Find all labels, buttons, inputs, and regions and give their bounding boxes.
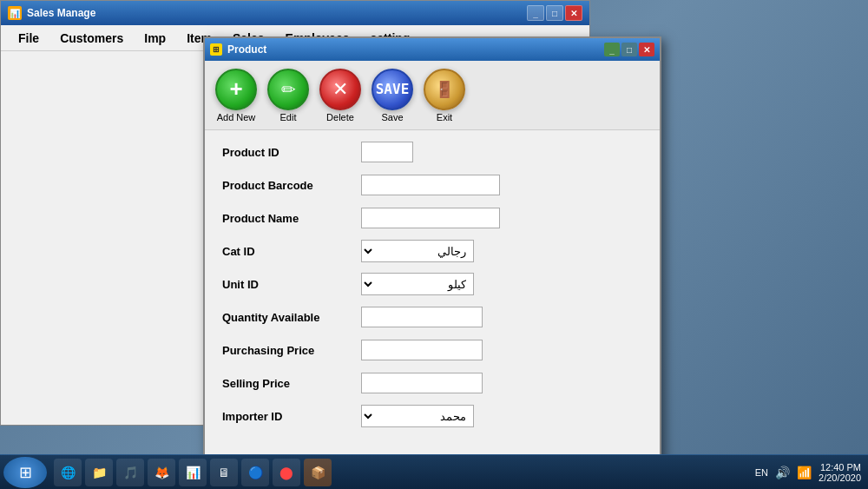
main-window-title: Sales Manage <box>27 7 95 19</box>
product-id-label: Product ID <box>222 146 361 159</box>
product-name-label: Product Name <box>222 212 361 225</box>
toolbar: + Add New ✏ Edit ✕ Delete SAVE Sa <box>205 61 660 130</box>
delete-button[interactable]: ✕ Delete <box>318 67 363 124</box>
taskbar-icon-monitor[interactable]: 🖥 <box>210 459 238 486</box>
dialog-title-controls: _ □ ✕ <box>604 43 654 56</box>
taskbar: ⊞ 🌐 📁 🎵 🦊 📊 🖥 🔵 ⬤ 📦 EN 🔊 📶 12:40 PM 2/20… <box>0 454 868 489</box>
product-name-row: Product Name <box>222 205 642 231</box>
dialog-icon: ⊞ <box>210 43 222 56</box>
edit-icon: ✏ <box>267 69 309 110</box>
cat-id-label: Cat ID <box>222 245 361 258</box>
taskbar-network-icon: 📶 <box>797 466 812 479</box>
delete-icon: ✕ <box>319 69 361 110</box>
exit-icon: 🚪 <box>424 69 465 110</box>
selling-price-label: Selling Price <box>222 377 361 390</box>
product-barcode-input[interactable] <box>361 175 500 195</box>
main-minimize-btn[interactable]: _ <box>527 5 544 21</box>
add-new-button[interactable]: + Add New <box>214 67 259 124</box>
quantity-label: Quantity Available <box>222 311 361 324</box>
unit-id-label: Unit ID <box>222 278 361 291</box>
product-id-input[interactable] <box>361 142 413 162</box>
importer-id-select[interactable]: محمد أحمد علي <box>361 405 474 427</box>
add-new-icon: + <box>215 69 257 110</box>
menu-customers[interactable]: Customers <box>49 28 134 49</box>
importer-id-row: Importer ID محمد أحمد علي <box>222 403 642 429</box>
cat-id-select[interactable]: رجالي نسائي أطفال <box>361 240 474 262</box>
cat-id-row: Cat ID رجالي نسائي أطفال <box>222 238 642 264</box>
taskbar-time: 12:40 PM <box>820 462 861 472</box>
dialog-close-btn[interactable]: ✕ <box>639 43 654 56</box>
dialog-title: Product <box>227 43 266 56</box>
taskbar-clock[interactable]: 12:40 PM 2/20/2020 <box>819 462 861 483</box>
quantity-row: Quantity Available <box>222 304 642 330</box>
exit-button[interactable]: 🚪 Exit <box>422 67 467 124</box>
taskbar-volume-icon: 🔊 <box>775 466 790 479</box>
product-barcode-row: Product Barcode <box>222 172 642 198</box>
taskbar-icon-firefox[interactable]: 🦊 <box>148 459 175 486</box>
main-restore-btn[interactable]: □ <box>546 5 563 21</box>
selling-price-input[interactable] <box>361 373 483 393</box>
main-window-icon: 📊 <box>8 6 22 20</box>
main-title-controls: _ □ ✕ <box>527 5 582 21</box>
unit-id-select[interactable]: كيلو قطعة متر <box>361 273 474 295</box>
taskbar-right: EN 🔊 📶 12:40 PM 2/20/2020 <box>755 462 868 483</box>
exit-label: Exit <box>437 112 452 122</box>
edit-button[interactable]: ✏ Edit <box>266 67 311 124</box>
save-button[interactable]: SAVE Save <box>370 67 415 124</box>
product-barcode-label: Product Barcode <box>222 179 361 192</box>
taskbar-date: 2/20/2020 <box>819 472 861 483</box>
taskbar-icon-browser[interactable]: 🌐 <box>54 459 82 486</box>
dialog-minimize-btn[interactable]: _ <box>604 43 620 56</box>
purchasing-price-input[interactable] <box>361 340 483 360</box>
save-label: Save <box>381 112 403 122</box>
taskbar-icon-opera[interactable]: ⬤ <box>273 459 300 486</box>
dialog-restore-btn[interactable]: □ <box>621 43 637 56</box>
importer-id-label: Importer ID <box>222 410 361 423</box>
form-area: Product ID Product Barcode Product Name … <box>205 130 660 445</box>
main-title-bar: 📊 Sales Manage _ □ ✕ <box>1 1 589 25</box>
add-new-label: Add New <box>217 112 256 122</box>
main-close-btn[interactable]: ✕ <box>565 5 582 21</box>
start-button[interactable]: ⊞ <box>3 457 47 488</box>
edit-label: Edit <box>280 112 297 122</box>
quantity-input[interactable] <box>361 307 483 327</box>
purchasing-price-label: Purchasing Price <box>222 344 361 357</box>
delete-label: Delete <box>326 112 354 122</box>
taskbar-icons: 🌐 📁 🎵 🦊 📊 🖥 🔵 ⬤ 📦 <box>54 459 332 486</box>
product-dialog: ⊞ Product _ □ ✕ + Add New ✏ Edit <box>203 36 661 462</box>
purchasing-price-row: Purchasing Price <box>222 337 642 363</box>
menu-imp[interactable]: Imp <box>134 28 176 49</box>
taskbar-icon-blue[interactable]: 🔵 <box>241 459 269 486</box>
taskbar-icon-media[interactable]: 🎵 <box>116 459 144 486</box>
taskbar-icon-app[interactable]: 📦 <box>304 459 332 486</box>
taskbar-icon-folder[interactable]: 📁 <box>85 459 113 486</box>
product-id-row: Product ID <box>222 139 642 165</box>
taskbar-icon-spreadsheet[interactable]: 📊 <box>179 459 207 486</box>
save-icon: SAVE <box>372 69 413 110</box>
dialog-title-bar: ⊞ Product _ □ ✕ <box>205 38 660 61</box>
selling-price-row: Selling Price <box>222 370 642 396</box>
desktop: 📊 Sales Manage _ □ ✕ File Customers Imp … <box>0 0 868 489</box>
unit-id-row: Unit ID كيلو قطعة متر <box>222 271 642 297</box>
taskbar-language: EN <box>755 467 768 478</box>
menu-file[interactable]: File <box>8 28 49 49</box>
product-name-input[interactable] <box>361 208 500 228</box>
